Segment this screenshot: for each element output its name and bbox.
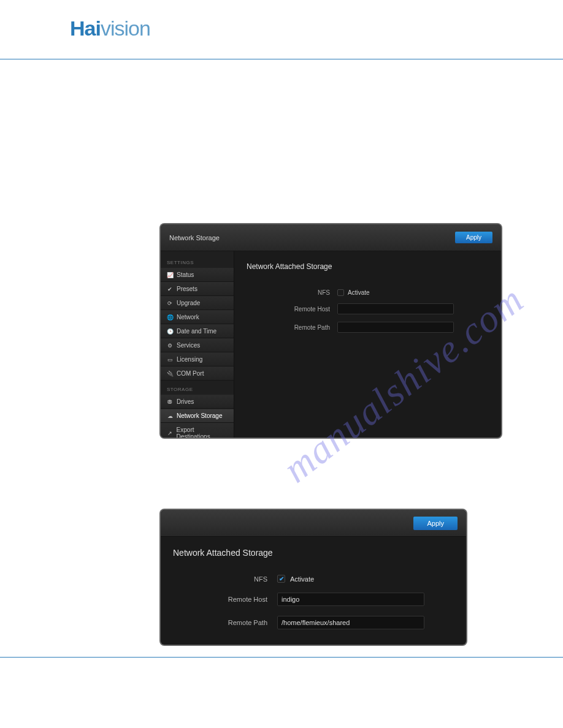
nfs-activate-checkbox[interactable] (277, 575, 285, 583)
form-row-nfs: NFS Activate (247, 289, 489, 296)
chart-icon: 📈 (167, 272, 173, 278)
logo-bold-part: Hai (70, 17, 101, 40)
remote-host-label: Remote Host (173, 596, 277, 603)
remote-host-label: Remote Host (247, 306, 337, 313)
plug-icon: 🔌 (167, 371, 173, 377)
sidebar-item-label: Services (177, 342, 200, 349)
sidebar-item-label: Drives (177, 398, 194, 405)
apply-button[interactable]: Apply (455, 232, 492, 243)
sidebar-item-licensing[interactable]: ▭ Licensing (161, 352, 234, 366)
sidebar-item-date-time[interactable]: 🕒 Date and Time (161, 324, 234, 338)
sidebar-item-label: Licensing (177, 356, 202, 363)
brand-logo: Haivision (70, 17, 563, 40)
gear-icon: ⚙ (167, 343, 173, 349)
content-heading: Network Attached Storage (173, 548, 454, 558)
globe-icon: 🌐 (167, 314, 173, 320)
page-header: Haivision (70, 17, 563, 40)
drive-icon: ⛃ (167, 399, 173, 405)
clock-icon: 🕒 (167, 328, 173, 335)
main-content: Network Attached Storage NFS Activate Re… (161, 537, 466, 645)
form-row-remote-host: Remote Host (173, 593, 454, 606)
screenshot-network-storage-full: Network Storage Apply SETTINGS 📈 Status … (161, 224, 501, 438)
sidebar-item-label: Export Destinations (177, 427, 228, 438)
logo-light-part: vision (101, 17, 150, 40)
sidebar-item-label: Network (177, 314, 199, 320)
sidebar-item-drives[interactable]: ⛃ Drives (161, 395, 234, 409)
nfs-activate-label: Activate (290, 575, 314, 583)
sidebar-item-label: Status (177, 271, 194, 278)
sidebar-item-presets[interactable]: ✔ Presets (161, 282, 234, 296)
sidebar-heading-settings: SETTINGS (161, 254, 234, 268)
sidebar-item-upgrade[interactable]: ⟳ Upgrade (161, 296, 234, 310)
sidebar-item-export-destinations[interactable]: ↗ Export Destinations (161, 423, 234, 438)
remote-host-input[interactable] (277, 593, 424, 606)
sidebar-item-label: Presets (177, 286, 197, 292)
nfs-label: NFS (247, 289, 337, 296)
nfs-activate-checkbox[interactable] (337, 289, 344, 296)
nfs-activate-label: Activate (348, 289, 370, 296)
panel-title: Network Storage (169, 234, 220, 241)
sidebar-item-label: Date and Time (177, 328, 216, 335)
sidebar-item-label: COM Port (177, 370, 204, 377)
remote-path-label: Remote Path (173, 619, 277, 626)
main-content: Network Attached Storage NFS Activate Re… (234, 251, 501, 438)
export-icon: ↗ (167, 430, 173, 436)
sidebar-item-services[interactable]: ⚙ Services (161, 338, 234, 352)
form-row-nfs: NFS Activate (173, 575, 454, 583)
sidebar-item-status[interactable]: 📈 Status (161, 268, 234, 282)
screenshot-network-storage-detail: Apply Network Attached Storage NFS Activ… (161, 510, 466, 645)
sidebar-item-label: Upgrade (177, 300, 200, 306)
panel-titlebar: Network Storage Apply (161, 224, 501, 251)
refresh-icon: ⟳ (167, 300, 173, 306)
sidebar-item-com-port[interactable]: 🔌 COM Port (161, 366, 234, 381)
remote-path-label: Remote Path (247, 324, 337, 331)
sidebar-item-network[interactable]: 🌐 Network (161, 310, 234, 324)
card-icon: ▭ (167, 357, 173, 363)
remote-host-input[interactable] (337, 303, 454, 314)
remote-path-input[interactable] (337, 322, 454, 333)
form-row-remote-path: Remote Path (247, 322, 489, 333)
footer-rule (0, 657, 563, 658)
content-heading: Network Attached Storage (247, 262, 489, 271)
sidebar-heading-storage: STORAGE (161, 381, 234, 395)
form-row-remote-host: Remote Host (247, 303, 489, 314)
check-icon: ✔ (167, 286, 173, 292)
settings-sidebar: SETTINGS 📈 Status ✔ Presets ⟳ Upgrade 🌐 … (161, 251, 234, 438)
network-storage-icon: ☁ (167, 413, 173, 419)
panel-titlebar: Apply (161, 510, 466, 537)
sidebar-item-network-storage[interactable]: ☁ Network Storage (161, 409, 234, 423)
apply-button[interactable]: Apply (413, 517, 458, 530)
nfs-label: NFS (173, 575, 277, 583)
form-row-remote-path: Remote Path (173, 616, 454, 629)
sidebar-item-label: Network Storage (177, 412, 222, 419)
remote-path-input[interactable] (277, 616, 424, 629)
